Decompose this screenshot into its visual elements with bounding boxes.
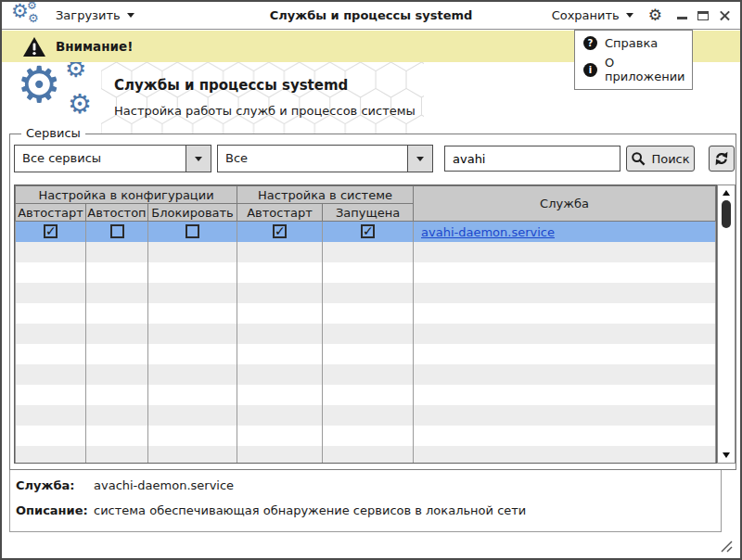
refresh-button[interactable]	[709, 146, 735, 172]
load-menu-button[interactable]: Загрузить	[56, 8, 134, 22]
info-icon: i	[583, 63, 597, 77]
gear-icon: ⚙	[68, 91, 92, 118]
gear-icon: ⚙	[28, 12, 39, 24]
maximize-button[interactable]	[697, 11, 709, 20]
services-table: Настройка в конфигурации Настройка в сис…	[14, 185, 717, 464]
checkbox-checked[interactable]: ✓	[273, 224, 287, 238]
table-row-empty[interactable]	[16, 426, 716, 446]
alert-text: Внимание!	[56, 39, 133, 54]
menu-item-help[interactable]: ? Справка	[575, 33, 692, 53]
scrollbar-thumb[interactable]	[722, 200, 731, 228]
description-label: Описание:	[16, 503, 88, 517]
refresh-icon	[713, 150, 730, 167]
groupbox-legend: Сервисы	[21, 126, 85, 140]
column-config-autostart: Автостарт	[16, 204, 86, 222]
scroll-down-icon[interactable]	[723, 452, 730, 458]
menu-item-about-label: О приложении	[605, 56, 685, 83]
gear-icon: ⚙	[11, 2, 29, 21]
warning-icon	[22, 36, 46, 57]
help-icon: ?	[583, 36, 597, 50]
table-row-empty[interactable]	[16, 364, 716, 385]
column-group-config: Настройка в конфигурации	[16, 186, 237, 204]
menu-item-about[interactable]: i О приложении	[575, 53, 692, 86]
state-filter-value: Все	[218, 146, 432, 172]
service-type-select[interactable]: Все сервисы	[14, 145, 211, 172]
service-label: Служба:	[16, 478, 75, 492]
app-gears-icon: ⚙ ⚙ ⚙	[11, 4, 41, 28]
menu-item-help-label: Справка	[605, 36, 658, 50]
table-row-empty[interactable]	[16, 405, 716, 426]
column-service: Служба	[414, 186, 716, 222]
hexagon-pattern	[101, 62, 424, 134]
chevron-down-icon	[416, 157, 424, 161]
resize-grip[interactable]	[721, 541, 733, 553]
save-menu-button[interactable]: Сохранить	[552, 8, 633, 22]
table-row-empty[interactable]	[16, 324, 716, 344]
table-row-empty[interactable]	[16, 242, 716, 262]
description-value: система обеспечивающая обнаружение серви…	[94, 503, 526, 517]
checkbox-checked[interactable]: ✓	[361, 224, 375, 238]
search-button[interactable]: Поиск	[626, 146, 695, 172]
service-type-value: Все сервисы	[15, 146, 211, 172]
services-groupbox: Сервисы Все сервисы Все Поиск	[9, 134, 736, 470]
page-title: Службы и процессы systemd	[114, 77, 348, 94]
settings-dropdown-menu: ? Справка i О приложении	[574, 30, 693, 90]
search-input[interactable]	[444, 146, 620, 172]
search-button-label: Поиск	[651, 152, 689, 166]
details-panel: Служба: avachi-daemon.service Описание: …	[9, 470, 722, 532]
gear-icon: ⚙	[27, 0, 37, 11]
column-config-autostop: Автостоп	[86, 204, 148, 222]
column-system-running: Запущена	[323, 204, 414, 222]
checkbox-unchecked[interactable]	[186, 224, 199, 238]
column-config-block: Блокировать	[148, 204, 237, 222]
table-row-empty[interactable]	[16, 385, 716, 405]
state-filter-select[interactable]: Все	[217, 145, 433, 172]
column-system-autostart: Автостарт	[237, 204, 323, 222]
app-logo-gears: ⚙ ⚙ ⚙	[17, 64, 104, 129]
table-row[interactable]: ✓✓✓avahi-daemon.service	[16, 222, 716, 242]
table-row-empty[interactable]	[16, 262, 716, 283]
page-subtitle: Настройка работы служб и процессов систе…	[114, 104, 416, 118]
save-menu-label: Сохранить	[552, 8, 620, 22]
table-row-empty[interactable]	[16, 283, 716, 303]
load-menu-label: Загрузить	[56, 8, 121, 22]
dropdown-button[interactable]	[407, 146, 432, 172]
close-button[interactable]	[719, 9, 731, 21]
table-scrollbar[interactable]	[717, 185, 736, 464]
scroll-up-icon[interactable]	[723, 190, 730, 196]
minimize-button[interactable]	[677, 17, 687, 19]
gear-icon: ⚙	[65, 62, 86, 81]
dropdown-button[interactable]	[186, 146, 211, 172]
chevron-down-icon	[127, 13, 134, 18]
table-row-empty[interactable]	[16, 303, 716, 324]
search-icon	[631, 151, 646, 166]
checkbox-unchecked[interactable]	[110, 224, 124, 238]
app-window: ⚙ ⚙ ⚙ Загрузить Службы и процессы system…	[0, 0, 742, 560]
service-link[interactable]: avahi-daemon.service	[421, 225, 555, 239]
table-row-empty[interactable]	[16, 344, 716, 364]
column-group-system: Настройка в системе	[237, 186, 414, 204]
chevron-down-icon	[195, 157, 202, 161]
window-title: Службы и процессы systemd	[270, 8, 473, 22]
table-row-empty[interactable]	[16, 446, 716, 465]
settings-gear-icon[interactable]: ⚙	[648, 7, 662, 23]
service-value: avachi-daemon.service	[94, 478, 234, 492]
services-table-body: ✓✓✓avahi-daemon.service	[16, 222, 716, 465]
checkbox-checked[interactable]: ✓	[44, 224, 58, 238]
gear-icon: ⚙	[17, 62, 61, 110]
title-bar: ⚙ ⚙ ⚙ Загрузить Службы и процессы system…	[2, 2, 740, 30]
chevron-down-icon	[626, 13, 633, 18]
